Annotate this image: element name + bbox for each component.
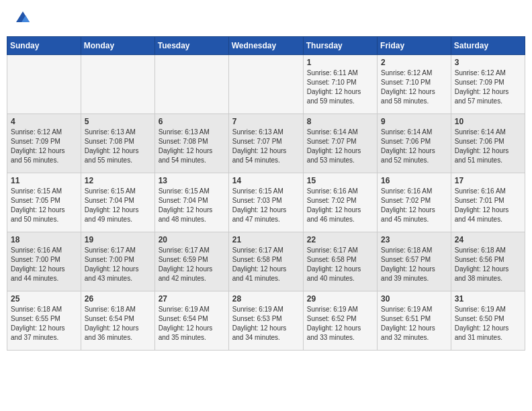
day-info: Sunrise: 6:15 AM Sunset: 7:04 PM Dayligh…	[85, 187, 151, 224]
calendar-cell	[228, 55, 303, 114]
day-number: 13	[159, 176, 225, 185]
calendar-cell: 3Sunrise: 6:12 AM Sunset: 7:09 PM Daylig…	[451, 55, 525, 114]
day-number: 18	[11, 235, 77, 244]
day-info: Sunrise: 6:17 AM Sunset: 6:58 PM Dayligh…	[232, 246, 300, 283]
calendar-cell: 16Sunrise: 6:16 AM Sunset: 7:02 PM Dayli…	[378, 173, 451, 232]
calendar-cell: 31Sunrise: 6:19 AM Sunset: 6:50 PM Dayli…	[451, 291, 525, 351]
day-info: Sunrise: 6:19 AM Sunset: 6:54 PM Dayligh…	[159, 305, 225, 342]
day-number: 19	[85, 235, 151, 244]
day-info: Sunrise: 6:19 AM Sunset: 6:50 PM Dayligh…	[455, 305, 521, 342]
calendar-cell: 12Sunrise: 6:15 AM Sunset: 7:04 PM Dayli…	[81, 173, 154, 232]
day-number: 16	[381, 176, 447, 185]
day-number: 25	[11, 294, 77, 304]
day-info: Sunrise: 6:13 AM Sunset: 7:07 PM Dayligh…	[232, 128, 300, 165]
day-number: 12	[85, 176, 151, 185]
day-info: Sunrise: 6:14 AM Sunset: 7:06 PM Dayligh…	[381, 128, 447, 165]
calendar-cell: 14Sunrise: 6:15 AM Sunset: 7:03 PM Dayli…	[228, 173, 303, 232]
day-number: 15	[307, 176, 373, 185]
day-number: 2	[381, 58, 447, 67]
day-header-monday: Monday	[81, 37, 154, 55]
day-number: 3	[455, 58, 521, 67]
day-number: 30	[381, 294, 447, 304]
day-number: 29	[307, 294, 373, 304]
calendar-cell: 20Sunrise: 6:17 AM Sunset: 6:59 PM Dayli…	[154, 232, 228, 291]
calendar-cell: 8Sunrise: 6:14 AM Sunset: 7:07 PM Daylig…	[303, 114, 377, 173]
day-header-friday: Friday	[378, 37, 451, 55]
day-info: Sunrise: 6:16 AM Sunset: 7:01 PM Dayligh…	[455, 187, 521, 224]
calendar-cell	[81, 55, 154, 114]
day-number: 11	[11, 176, 77, 185]
calendar-cell: 2Sunrise: 6:12 AM Sunset: 7:10 PM Daylig…	[378, 55, 451, 114]
day-info: Sunrise: 6:13 AM Sunset: 7:08 PM Dayligh…	[159, 128, 225, 165]
calendar-cell: 19Sunrise: 6:17 AM Sunset: 7:00 PM Dayli…	[81, 232, 154, 291]
calendar-cell: 27Sunrise: 6:19 AM Sunset: 6:54 PM Dayli…	[154, 291, 228, 351]
calendar-cell: 29Sunrise: 6:19 AM Sunset: 6:52 PM Dayli…	[303, 291, 377, 351]
calendar-cell: 25Sunrise: 6:18 AM Sunset: 6:55 PM Dayli…	[7, 291, 81, 351]
day-info: Sunrise: 6:18 AM Sunset: 6:57 PM Dayligh…	[381, 246, 447, 283]
calendar-cell: 11Sunrise: 6:15 AM Sunset: 7:05 PM Dayli…	[7, 173, 81, 232]
day-number: 7	[232, 117, 300, 126]
day-info: Sunrise: 6:12 AM Sunset: 7:10 PM Dayligh…	[381, 68, 447, 106]
calendar-cell: 1Sunrise: 6:11 AM Sunset: 7:10 PM Daylig…	[303, 55, 377, 114]
calendar-cell: 26Sunrise: 6:18 AM Sunset: 6:54 PM Dayli…	[81, 291, 154, 351]
day-info: Sunrise: 6:14 AM Sunset: 7:07 PM Dayligh…	[307, 128, 373, 165]
day-number: 10	[455, 117, 521, 126]
day-header-tuesday: Tuesday	[154, 37, 228, 55]
calendar-cell: 7Sunrise: 6:13 AM Sunset: 7:07 PM Daylig…	[228, 114, 303, 173]
calendar-table: SundayMondayTuesdayWednesdayThursdayFrid…	[7, 36, 525, 351]
day-info: Sunrise: 6:16 AM Sunset: 7:00 PM Dayligh…	[11, 246, 77, 283]
calendar-cell: 15Sunrise: 6:16 AM Sunset: 7:02 PM Dayli…	[303, 173, 377, 232]
logo	[13, 10, 31, 26]
day-info: Sunrise: 6:18 AM Sunset: 6:55 PM Dayligh…	[11, 305, 77, 342]
calendar-cell: 17Sunrise: 6:16 AM Sunset: 7:01 PM Dayli…	[451, 173, 525, 232]
day-header-sunday: Sunday	[7, 37, 81, 55]
day-number: 1	[307, 58, 373, 67]
calendar-cell: 22Sunrise: 6:17 AM Sunset: 6:58 PM Dayli…	[303, 232, 377, 291]
day-number: 6	[159, 117, 225, 126]
day-number: 31	[455, 294, 521, 304]
day-info: Sunrise: 6:17 AM Sunset: 7:00 PM Dayligh…	[85, 246, 151, 283]
day-info: Sunrise: 6:18 AM Sunset: 6:54 PM Dayligh…	[85, 305, 151, 342]
calendar-week-5: 25Sunrise: 6:18 AM Sunset: 6:55 PM Dayli…	[7, 291, 525, 351]
calendar-header-row: SundayMondayTuesdayWednesdayThursdayFrid…	[7, 37, 525, 55]
day-number: 27	[159, 294, 225, 304]
page-header	[7, 7, 525, 30]
day-info: Sunrise: 6:16 AM Sunset: 7:02 PM Dayligh…	[307, 187, 373, 224]
calendar-week-2: 4Sunrise: 6:12 AM Sunset: 7:09 PM Daylig…	[7, 114, 525, 173]
day-info: Sunrise: 6:19 AM Sunset: 6:52 PM Dayligh…	[307, 305, 373, 342]
day-info: Sunrise: 6:13 AM Sunset: 7:08 PM Dayligh…	[85, 128, 151, 165]
calendar-cell: 23Sunrise: 6:18 AM Sunset: 6:57 PM Dayli…	[378, 232, 451, 291]
day-info: Sunrise: 6:15 AM Sunset: 7:04 PM Dayligh…	[159, 187, 225, 224]
day-info: Sunrise: 6:19 AM Sunset: 6:53 PM Dayligh…	[232, 305, 300, 342]
calendar-cell: 13Sunrise: 6:15 AM Sunset: 7:04 PM Dayli…	[154, 173, 228, 232]
day-header-saturday: Saturday	[451, 37, 525, 55]
day-number: 23	[381, 235, 447, 244]
day-info: Sunrise: 6:15 AM Sunset: 7:05 PM Dayligh…	[11, 187, 77, 224]
day-info: Sunrise: 6:17 AM Sunset: 6:58 PM Dayligh…	[307, 246, 373, 283]
day-info: Sunrise: 6:17 AM Sunset: 6:59 PM Dayligh…	[159, 246, 225, 283]
day-number: 8	[307, 117, 373, 126]
calendar-cell: 18Sunrise: 6:16 AM Sunset: 7:00 PM Dayli…	[7, 232, 81, 291]
day-number: 26	[85, 294, 151, 304]
day-info: Sunrise: 6:11 AM Sunset: 7:10 PM Dayligh…	[307, 68, 373, 106]
day-number: 21	[232, 235, 300, 244]
day-info: Sunrise: 6:19 AM Sunset: 6:51 PM Dayligh…	[381, 305, 447, 342]
day-number: 24	[455, 235, 521, 244]
calendar-cell	[154, 55, 228, 114]
day-info: Sunrise: 6:14 AM Sunset: 7:06 PM Dayligh…	[455, 128, 521, 165]
calendar-week-1: 1Sunrise: 6:11 AM Sunset: 7:10 PM Daylig…	[7, 55, 525, 114]
day-number: 20	[159, 235, 225, 244]
logo-icon	[15, 10, 31, 26]
calendar-cell: 28Sunrise: 6:19 AM Sunset: 6:53 PM Dayli…	[228, 291, 303, 351]
day-info: Sunrise: 6:16 AM Sunset: 7:02 PM Dayligh…	[381, 187, 447, 224]
day-number: 9	[381, 117, 447, 126]
day-info: Sunrise: 6:12 AM Sunset: 7:09 PM Dayligh…	[11, 128, 77, 165]
day-number: 14	[232, 176, 300, 185]
calendar-cell: 5Sunrise: 6:13 AM Sunset: 7:08 PM Daylig…	[81, 114, 154, 173]
calendar-cell: 9Sunrise: 6:14 AM Sunset: 7:06 PM Daylig…	[378, 114, 451, 173]
calendar-cell: 21Sunrise: 6:17 AM Sunset: 6:58 PM Dayli…	[228, 232, 303, 291]
day-number: 17	[455, 176, 521, 185]
calendar-cell: 10Sunrise: 6:14 AM Sunset: 7:06 PM Dayli…	[451, 114, 525, 173]
day-header-thursday: Thursday	[303, 37, 377, 55]
calendar-cell: 4Sunrise: 6:12 AM Sunset: 7:09 PM Daylig…	[7, 114, 81, 173]
